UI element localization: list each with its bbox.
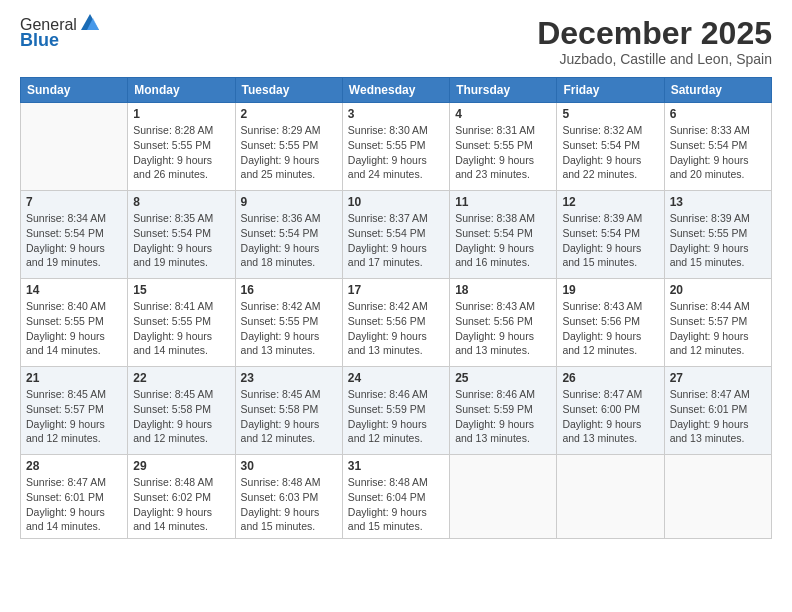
day-info: Sunrise: 8:40 AMSunset: 5:55 PMDaylight:… xyxy=(26,299,122,358)
day-info: Sunrise: 8:42 AMSunset: 5:55 PMDaylight:… xyxy=(241,299,337,358)
header-thursday: Thursday xyxy=(450,78,557,103)
table-row xyxy=(664,455,771,539)
table-row: 4 Sunrise: 8:31 AMSunset: 5:55 PMDayligh… xyxy=(450,103,557,191)
table-row xyxy=(450,455,557,539)
day-info: Sunrise: 8:48 AMSunset: 6:02 PMDaylight:… xyxy=(133,475,229,534)
day-info: Sunrise: 8:37 AMSunset: 5:54 PMDaylight:… xyxy=(348,211,444,270)
day-info: Sunrise: 8:46 AMSunset: 5:59 PMDaylight:… xyxy=(455,387,551,446)
table-row: 28 Sunrise: 8:47 AMSunset: 6:01 PMDaylig… xyxy=(21,455,128,539)
header-sunday: Sunday xyxy=(21,78,128,103)
day-number: 11 xyxy=(455,195,551,209)
table-row: 11 Sunrise: 8:38 AMSunset: 5:54 PMDaylig… xyxy=(450,191,557,279)
table-row: 8 Sunrise: 8:35 AMSunset: 5:54 PMDayligh… xyxy=(128,191,235,279)
day-info: Sunrise: 8:48 AMSunset: 6:03 PMDaylight:… xyxy=(241,475,337,534)
table-row: 12 Sunrise: 8:39 AMSunset: 5:54 PMDaylig… xyxy=(557,191,664,279)
day-info: Sunrise: 8:34 AMSunset: 5:54 PMDaylight:… xyxy=(26,211,122,270)
day-number: 2 xyxy=(241,107,337,121)
day-info: Sunrise: 8:45 AMSunset: 5:58 PMDaylight:… xyxy=(133,387,229,446)
day-info: Sunrise: 8:43 AMSunset: 5:56 PMDaylight:… xyxy=(455,299,551,358)
day-number: 8 xyxy=(133,195,229,209)
header-monday: Monday xyxy=(128,78,235,103)
day-info: Sunrise: 8:47 AMSunset: 6:01 PMDaylight:… xyxy=(670,387,766,446)
logo: General Blue xyxy=(20,16,101,51)
header: General Blue December 2025 Juzbado, Cast… xyxy=(20,16,772,67)
table-row: 16 Sunrise: 8:42 AMSunset: 5:55 PMDaylig… xyxy=(235,279,342,367)
weekday-header-row: Sunday Monday Tuesday Wednesday Thursday… xyxy=(21,78,772,103)
table-row: 22 Sunrise: 8:45 AMSunset: 5:58 PMDaylig… xyxy=(128,367,235,455)
day-number: 19 xyxy=(562,283,658,297)
day-info: Sunrise: 8:47 AMSunset: 6:01 PMDaylight:… xyxy=(26,475,122,534)
table-row xyxy=(557,455,664,539)
day-number: 15 xyxy=(133,283,229,297)
header-wednesday: Wednesday xyxy=(342,78,449,103)
day-info: Sunrise: 8:45 AMSunset: 5:58 PMDaylight:… xyxy=(241,387,337,446)
day-number: 25 xyxy=(455,371,551,385)
day-number: 14 xyxy=(26,283,122,297)
header-saturday: Saturday xyxy=(664,78,771,103)
day-info: Sunrise: 8:31 AMSunset: 5:55 PMDaylight:… xyxy=(455,123,551,182)
day-number: 1 xyxy=(133,107,229,121)
table-row: 10 Sunrise: 8:37 AMSunset: 5:54 PMDaylig… xyxy=(342,191,449,279)
day-info: Sunrise: 8:29 AMSunset: 5:55 PMDaylight:… xyxy=(241,123,337,182)
day-number: 3 xyxy=(348,107,444,121)
table-row: 5 Sunrise: 8:32 AMSunset: 5:54 PMDayligh… xyxy=(557,103,664,191)
day-info: Sunrise: 8:36 AMSunset: 5:54 PMDaylight:… xyxy=(241,211,337,270)
day-number: 17 xyxy=(348,283,444,297)
table-row: 25 Sunrise: 8:46 AMSunset: 5:59 PMDaylig… xyxy=(450,367,557,455)
table-row: 27 Sunrise: 8:47 AMSunset: 6:01 PMDaylig… xyxy=(664,367,771,455)
day-number: 21 xyxy=(26,371,122,385)
calendar-table: Sunday Monday Tuesday Wednesday Thursday… xyxy=(20,77,772,539)
day-number: 5 xyxy=(562,107,658,121)
day-info: Sunrise: 8:45 AMSunset: 5:57 PMDaylight:… xyxy=(26,387,122,446)
day-info: Sunrise: 8:32 AMSunset: 5:54 PMDaylight:… xyxy=(562,123,658,182)
table-row: 6 Sunrise: 8:33 AMSunset: 5:54 PMDayligh… xyxy=(664,103,771,191)
table-row: 2 Sunrise: 8:29 AMSunset: 5:55 PMDayligh… xyxy=(235,103,342,191)
table-row: 3 Sunrise: 8:30 AMSunset: 5:55 PMDayligh… xyxy=(342,103,449,191)
day-number: 24 xyxy=(348,371,444,385)
table-row: 19 Sunrise: 8:43 AMSunset: 5:56 PMDaylig… xyxy=(557,279,664,367)
page: General Blue December 2025 Juzbado, Cast… xyxy=(0,0,792,612)
day-info: Sunrise: 8:41 AMSunset: 5:55 PMDaylight:… xyxy=(133,299,229,358)
title-section: December 2025 Juzbado, Castille and Leon… xyxy=(537,16,772,67)
day-info: Sunrise: 8:43 AMSunset: 5:56 PMDaylight:… xyxy=(562,299,658,358)
day-number: 26 xyxy=(562,371,658,385)
day-number: 12 xyxy=(562,195,658,209)
location: Juzbado, Castille and Leon, Spain xyxy=(537,51,772,67)
day-number: 10 xyxy=(348,195,444,209)
day-number: 31 xyxy=(348,459,444,473)
table-row: 14 Sunrise: 8:40 AMSunset: 5:55 PMDaylig… xyxy=(21,279,128,367)
day-info: Sunrise: 8:30 AMSunset: 5:55 PMDaylight:… xyxy=(348,123,444,182)
day-info: Sunrise: 8:35 AMSunset: 5:54 PMDaylight:… xyxy=(133,211,229,270)
day-number: 30 xyxy=(241,459,337,473)
day-number: 27 xyxy=(670,371,766,385)
table-row: 20 Sunrise: 8:44 AMSunset: 5:57 PMDaylig… xyxy=(664,279,771,367)
header-tuesday: Tuesday xyxy=(235,78,342,103)
day-number: 23 xyxy=(241,371,337,385)
month-title: December 2025 xyxy=(537,16,772,51)
table-row: 15 Sunrise: 8:41 AMSunset: 5:55 PMDaylig… xyxy=(128,279,235,367)
table-row: 24 Sunrise: 8:46 AMSunset: 5:59 PMDaylig… xyxy=(342,367,449,455)
table-row: 18 Sunrise: 8:43 AMSunset: 5:56 PMDaylig… xyxy=(450,279,557,367)
table-row: 1 Sunrise: 8:28 AMSunset: 5:55 PMDayligh… xyxy=(128,103,235,191)
table-row: 7 Sunrise: 8:34 AMSunset: 5:54 PMDayligh… xyxy=(21,191,128,279)
table-row: 31 Sunrise: 8:48 AMSunset: 6:04 PMDaylig… xyxy=(342,455,449,539)
day-info: Sunrise: 8:39 AMSunset: 5:55 PMDaylight:… xyxy=(670,211,766,270)
day-number: 18 xyxy=(455,283,551,297)
day-number: 6 xyxy=(670,107,766,121)
day-number: 9 xyxy=(241,195,337,209)
day-number: 4 xyxy=(455,107,551,121)
header-friday: Friday xyxy=(557,78,664,103)
day-number: 16 xyxy=(241,283,337,297)
table-row: 30 Sunrise: 8:48 AMSunset: 6:03 PMDaylig… xyxy=(235,455,342,539)
table-row: 17 Sunrise: 8:42 AMSunset: 5:56 PMDaylig… xyxy=(342,279,449,367)
logo-icon xyxy=(79,12,101,34)
day-info: Sunrise: 8:46 AMSunset: 5:59 PMDaylight:… xyxy=(348,387,444,446)
day-number: 20 xyxy=(670,283,766,297)
day-number: 28 xyxy=(26,459,122,473)
table-row: 26 Sunrise: 8:47 AMSunset: 6:00 PMDaylig… xyxy=(557,367,664,455)
day-number: 29 xyxy=(133,459,229,473)
day-info: Sunrise: 8:44 AMSunset: 5:57 PMDaylight:… xyxy=(670,299,766,358)
day-info: Sunrise: 8:28 AMSunset: 5:55 PMDaylight:… xyxy=(133,123,229,182)
table-row: 13 Sunrise: 8:39 AMSunset: 5:55 PMDaylig… xyxy=(664,191,771,279)
day-info: Sunrise: 8:42 AMSunset: 5:56 PMDaylight:… xyxy=(348,299,444,358)
